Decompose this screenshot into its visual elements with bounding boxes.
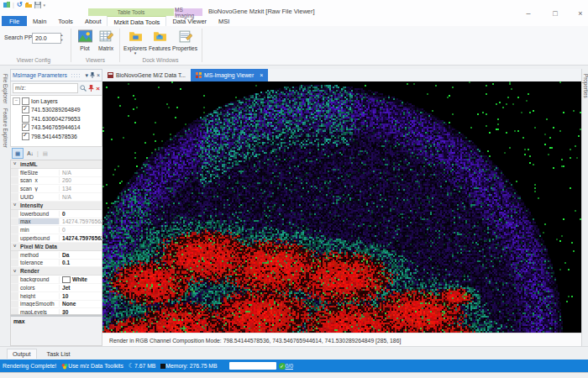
ribbon-content: Search PPM 20.0 ▲▼ Viewer Config Plot Ma… <box>0 26 588 66</box>
property-description-box: max <box>10 315 102 346</box>
matrix-button[interactable]: Matrix <box>96 29 116 51</box>
minimize-button[interactable]: – <box>519 8 538 20</box>
property-value[interactable]: 134 <box>59 186 102 192</box>
property-row[interactable]: fileSizeN/A <box>11 169 102 177</box>
property-row[interactable]: upperbound14274.759765625 <box>11 234 102 243</box>
property-value[interactable]: 0 <box>59 227 102 233</box>
property-value[interactable]: None <box>59 301 102 307</box>
save-icon[interactable] <box>34 2 41 8</box>
close-button[interactable]: × <box>571 8 588 20</box>
categorized-view-icon[interactable]: ▦ <box>12 148 24 159</box>
tab-mz-data[interactable]: BioNovoGene M/Z Data T... <box>102 69 191 81</box>
property-value[interactable]: 260 <box>59 177 102 183</box>
property-row[interactable]: methodDa <box>11 251 102 260</box>
property-row[interactable]: UUIDN/A <box>11 193 102 202</box>
gc-moon-icon[interactable]: ☾ <box>129 363 134 370</box>
property-value[interactable]: N/A <box>59 194 102 200</box>
property-row[interactable]: colorsJet <box>11 284 102 292</box>
property-row[interactable]: lowerbound0 <box>11 210 102 218</box>
property-grid-toolbar: ▦ A↓ | ▤ <box>10 147 102 160</box>
property-row[interactable]: min0 <box>11 226 102 234</box>
tab-tools[interactable]: Tools <box>52 16 79 26</box>
clear-search-icon[interactable]: × <box>96 85 100 92</box>
qat-dropdown-icon[interactable]: ▾ <box>44 3 46 8</box>
search-icon[interactable] <box>80 85 87 92</box>
explorers-button[interactable]: Explorers ▾ <box>123 29 147 55</box>
open-folder-icon[interactable] <box>25 2 32 8</box>
property-value[interactable]: Da <box>59 252 102 258</box>
property-value[interactable]: 0 <box>59 211 102 217</box>
property-row[interactable]: scan_x260 <box>11 177 102 186</box>
maximize-button[interactable]: □ <box>546 8 564 20</box>
property-row[interactable]: tolerance0.1 <box>11 260 102 268</box>
pin-search-icon[interactable] <box>88 85 94 92</box>
property-value[interactable]: N/A <box>59 170 102 176</box>
category-label: Pixel M/z Data <box>18 244 59 249</box>
tab-output[interactable]: Output <box>7 349 37 359</box>
tab-file[interactable]: File <box>2 16 27 26</box>
row-gutter <box>11 177 18 185</box>
property-name: min <box>18 227 59 233</box>
undo-icon[interactable]: ↺ <box>17 2 23 8</box>
ion-layer-item[interactable]: 798.54144578536 <box>11 132 102 141</box>
tab-task-list[interactable]: Task List <box>42 349 76 359</box>
checkbox[interactable] <box>22 133 29 140</box>
property-category[interactable]: ˅Render <box>11 267 102 276</box>
tab-data-viewer[interactable]: Data Viewer <box>166 16 213 26</box>
property-row[interactable]: backgroundWhite <box>11 276 102 284</box>
property-value[interactable]: 30 <box>59 309 102 315</box>
plot-button[interactable]: Plot <box>76 29 94 51</box>
property-value[interactable]: 10 <box>59 293 102 299</box>
tab-msi[interactable]: MSI <box>213 16 235 26</box>
tab-about[interactable]: About <box>79 16 108 26</box>
checkbox[interactable] <box>22 106 29 113</box>
property-row[interactable]: imageSmoothNone <box>11 301 102 309</box>
panel-close-icon[interactable]: × <box>97 72 100 78</box>
tree-root-row[interactable]: −Ion Layers <box>11 97 102 106</box>
sidebar-tab-file-explorer[interactable]: File Explorer <box>3 74 8 103</box>
property-value[interactable]: White <box>59 276 102 283</box>
row-gutter <box>11 251 18 259</box>
features-button[interactable]: Features <box>149 29 171 51</box>
checkbox[interactable] <box>22 123 29 131</box>
property-row[interactable]: max14274.759765625 <box>11 218 102 227</box>
checkbox[interactable] <box>22 115 29 123</box>
search-ppm-stepper[interactable]: ▲▼ <box>59 33 65 44</box>
property-value[interactable]: 0.1 <box>59 260 102 265</box>
pin-icon[interactable] <box>90 72 95 79</box>
panel-header[interactable]: MsImage Parameters ▾ × <box>10 69 102 81</box>
tab-close-icon[interactable]: × <box>260 72 263 78</box>
property-category[interactable]: ˅Intensity <box>11 202 102 210</box>
property-row[interactable]: height10 <box>11 292 102 301</box>
property-value[interactable]: Jet <box>59 285 102 291</box>
ion-layer-item[interactable]: 741.630604279653 <box>11 114 102 123</box>
mz-search-input[interactable]: m/z: <box>13 83 78 93</box>
ion-layer-item[interactable]: 743.546765944614 <box>11 123 102 133</box>
ion-layer-label: 741.630604279653 <box>31 116 81 122</box>
group-label-viewer-config: Viewer Config <box>0 57 67 63</box>
features-button-label: Features <box>149 45 171 51</box>
sidebar-tab-feature-explorer[interactable]: Feature Explorer <box>3 108 8 148</box>
sidebar-tab-properties[interactable]: Properties <box>583 74 588 98</box>
properties-button[interactable]: Properties <box>172 29 197 51</box>
panel-menu-icon[interactable]: ▾ <box>85 72 88 78</box>
window-resize-strip <box>0 372 588 378</box>
row-gutter <box>11 193 18 201</box>
property-category[interactable]: ˅Pixel M/z Data <box>11 243 102 251</box>
property-value[interactable]: 14274.759765625 <box>59 235 102 241</box>
tab-ms-imaging-viewer[interactable]: MS-Imaging Viewer × <box>191 69 268 81</box>
ms-image-canvas[interactable] <box>102 81 581 333</box>
ion-layer-item[interactable]: 741.530289264849 <box>11 106 102 115</box>
tab-main[interactable]: Main <box>27 16 52 26</box>
search-ppm-input[interactable]: 20.0 <box>32 33 61 44</box>
checkbox[interactable] <box>22 97 29 105</box>
mz-data-tab-icon <box>108 72 113 78</box>
row-gutter <box>11 284 18 291</box>
property-category[interactable]: ˅imzML <box>11 160 102 169</box>
alphabetical-sort-icon[interactable]: A↓ <box>25 149 35 158</box>
property-row[interactable]: scan_y134 <box>11 185 102 193</box>
tasks-link[interactable]: 0/0 <box>286 363 293 369</box>
property-value[interactable]: 14274.759765625 <box>59 218 102 224</box>
property-row[interactable]: mapLevels30 <box>11 308 102 315</box>
tree-expand-icon[interactable]: − <box>13 97 20 105</box>
